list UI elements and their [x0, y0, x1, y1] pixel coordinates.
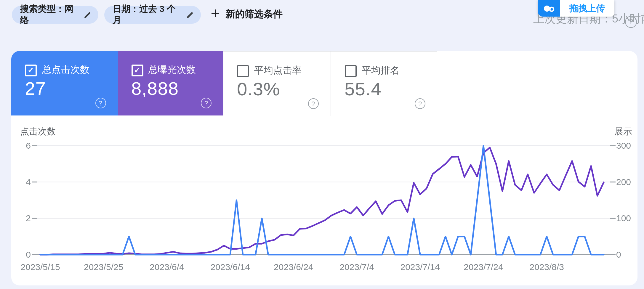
right-axis-tick-label: 0: [616, 250, 621, 259]
x-axis-tick-label: 2023/6/4: [150, 262, 184, 272]
x-axis-tick-label: 2023/8/3: [529, 262, 564, 272]
x-axis-tick-label: 2023/7/24: [464, 262, 503, 272]
drag-upload-label: 拖拽上传: [560, 0, 614, 17]
left-axis-tick-label: 2: [26, 213, 31, 223]
baidu-drag-upload-widget[interactable]: 拖拽上传: [538, 0, 614, 17]
left-axis-tick-label: 0: [26, 250, 31, 259]
left-axis-tick-label: 6: [26, 141, 31, 150]
x-axis-tick-label: 2023/6/14: [210, 262, 250, 272]
x-axis-tick-label: 2023/7/4: [339, 262, 374, 272]
right-axis-tick-label: 300: [616, 141, 631, 150]
clicks-impressions-line-chart[interactable]: 00210042006300点击次数展示2023/5/152023/5/2520…: [0, 0, 644, 289]
left-axis-title: 点击次数: [20, 126, 56, 136]
x-axis-tick-label: 2023/5/15: [20, 262, 60, 272]
right-axis-tick-label: 200: [616, 177, 631, 187]
x-axis-tick-label: 2023/6/24: [274, 262, 313, 272]
page-background: 搜索类型：网络 日期：过去 3 个月 新的筛选条件 上次更新日期：5小时前 ?: [0, 0, 644, 289]
baidu-netdisk-cloud-icon: [538, 0, 560, 17]
impressions-line[interactable]: [40, 147, 604, 255]
right-axis-title: 展示: [614, 126, 632, 136]
search-console-performance-report: 搜索类型：网络 日期：过去 3 个月 新的筛选条件 上次更新日期：5小时前 ?: [0, 0, 644, 289]
x-axis-tick-label: 2023/5/25: [84, 262, 123, 272]
clicks-line[interactable]: [40, 146, 604, 255]
x-axis-tick-label: 2023/7/14: [401, 262, 440, 272]
right-axis-tick-label: 100: [616, 213, 631, 223]
left-axis-tick-label: 4: [26, 177, 31, 187]
